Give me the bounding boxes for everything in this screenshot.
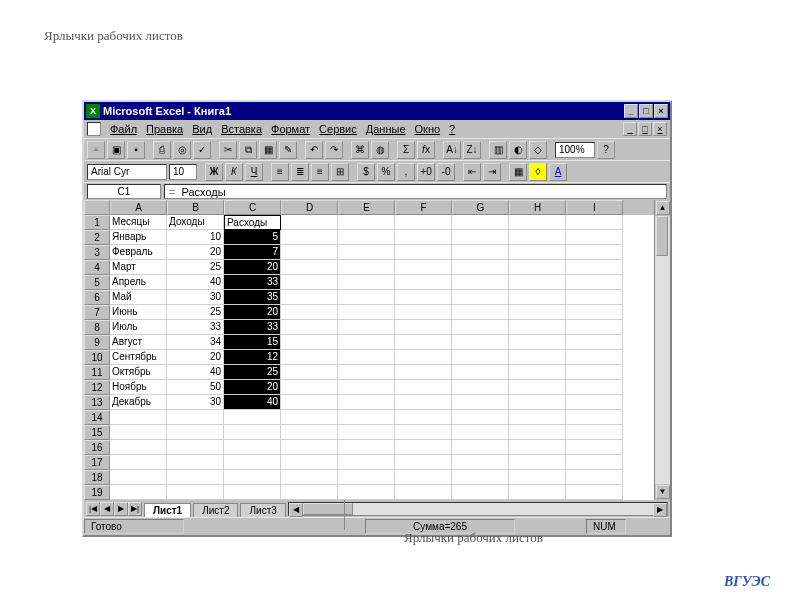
sort-asc-icon[interactable]: A↓ xyxy=(443,141,461,159)
cell-C8[interactable]: 33 xyxy=(224,320,281,335)
open-icon[interactable]: ▣ xyxy=(107,141,125,159)
cell-I18[interactable] xyxy=(566,470,623,485)
cell-E2[interactable] xyxy=(338,230,395,245)
cell-D1[interactable] xyxy=(281,215,338,230)
cell-H14[interactable] xyxy=(509,410,566,425)
cell-D8[interactable] xyxy=(281,320,338,335)
cell-E11[interactable] xyxy=(338,365,395,380)
row-header-15[interactable]: 15 xyxy=(84,425,110,440)
cell-G2[interactable] xyxy=(452,230,509,245)
row-header-19[interactable]: 19 xyxy=(84,485,110,500)
cell-B10[interactable]: 20 xyxy=(167,350,224,365)
cell-I11[interactable] xyxy=(566,365,623,380)
cell-D14[interactable] xyxy=(281,410,338,425)
cell-G17[interactable] xyxy=(452,455,509,470)
select-all-corner[interactable] xyxy=(84,200,110,215)
hscroll-right-icon[interactable]: ▶ xyxy=(653,503,667,517)
row-header-17[interactable]: 17 xyxy=(84,455,110,470)
cell-I7[interactable] xyxy=(566,305,623,320)
cell-A5[interactable]: Апрель xyxy=(110,275,167,290)
menu-insert[interactable]: Вставка xyxy=(221,123,262,135)
tab-last-icon[interactable]: ▶| xyxy=(128,502,142,516)
menu-format[interactable]: Формат xyxy=(271,123,310,135)
cell-E5[interactable] xyxy=(338,275,395,290)
cell-D17[interactable] xyxy=(281,455,338,470)
cut-icon[interactable]: ✂ xyxy=(219,141,237,159)
bold-icon[interactable]: Ж xyxy=(205,163,223,181)
cell-E7[interactable] xyxy=(338,305,395,320)
cell-C6[interactable]: 35 xyxy=(224,290,281,305)
cell-I2[interactable] xyxy=(566,230,623,245)
cell-G13[interactable] xyxy=(452,395,509,410)
sheet-tab-2[interactable]: Лист2 xyxy=(193,503,238,517)
cell-E4[interactable] xyxy=(338,260,395,275)
paste-icon[interactable]: ▦ xyxy=(259,141,277,159)
web-icon[interactable]: ◍ xyxy=(371,141,389,159)
col-header-G[interactable]: G xyxy=(452,200,509,215)
cell-B14[interactable] xyxy=(167,410,224,425)
sum-icon[interactable]: Σ xyxy=(397,141,415,159)
cell-H3[interactable] xyxy=(509,245,566,260)
row-header-2[interactable]: 2 xyxy=(84,230,110,245)
row-header-8[interactable]: 8 xyxy=(84,320,110,335)
cell-E9[interactable] xyxy=(338,335,395,350)
cell-A6[interactable]: Май xyxy=(110,290,167,305)
cell-A3[interactable]: Февраль xyxy=(110,245,167,260)
cell-I6[interactable] xyxy=(566,290,623,305)
dec-dec-icon[interactable]: -0 xyxy=(437,163,455,181)
cell-F7[interactable] xyxy=(395,305,452,320)
cell-C2[interactable]: 5 xyxy=(224,230,281,245)
cell-A19[interactable] xyxy=(110,485,167,500)
percent-icon[interactable]: % xyxy=(377,163,395,181)
cell-H7[interactable] xyxy=(509,305,566,320)
fill-color-icon[interactable]: ◊ xyxy=(529,163,547,181)
cell-I13[interactable] xyxy=(566,395,623,410)
print-icon[interactable]: ⎙ xyxy=(153,141,171,159)
cell-H4[interactable] xyxy=(509,260,566,275)
row-header-6[interactable]: 6 xyxy=(84,290,110,305)
cell-B17[interactable] xyxy=(167,455,224,470)
cell-G6[interactable] xyxy=(452,290,509,305)
cell-B1[interactable]: Доходы xyxy=(167,215,224,230)
cell-H1[interactable] xyxy=(509,215,566,230)
maximize-button[interactable]: □ xyxy=(639,104,653,118)
titlebar[interactable]: X Microsoft Excel - Книга1 _ □ × xyxy=(84,102,670,120)
cell-I14[interactable] xyxy=(566,410,623,425)
chart-icon[interactable]: ▥ xyxy=(489,141,507,159)
fx-icon[interactable]: fx xyxy=(417,141,435,159)
underline-icon[interactable]: Ч xyxy=(245,163,263,181)
cell-B18[interactable] xyxy=(167,470,224,485)
cell-B3[interactable]: 20 xyxy=(167,245,224,260)
cell-D19[interactable] xyxy=(281,485,338,500)
cell-H13[interactable] xyxy=(509,395,566,410)
cell-I3[interactable] xyxy=(566,245,623,260)
name-box[interactable]: C1 xyxy=(87,184,161,199)
spreadsheet-grid[interactable]: ABCDEFGHI 1МесяцыДоходыРасходы2Январь105… xyxy=(84,200,654,500)
cell-I17[interactable] xyxy=(566,455,623,470)
cell-H18[interactable] xyxy=(509,470,566,485)
cell-G4[interactable] xyxy=(452,260,509,275)
row-header-12[interactable]: 12 xyxy=(84,380,110,395)
row-header-11[interactable]: 11 xyxy=(84,365,110,380)
scroll-thumb[interactable] xyxy=(656,216,668,256)
cell-A8[interactable]: Июль xyxy=(110,320,167,335)
cell-F4[interactable] xyxy=(395,260,452,275)
preview-icon[interactable]: ◎ xyxy=(173,141,191,159)
cell-G15[interactable] xyxy=(452,425,509,440)
cell-A18[interactable] xyxy=(110,470,167,485)
cell-C7[interactable]: 20 xyxy=(224,305,281,320)
cell-B11[interactable]: 40 xyxy=(167,365,224,380)
save-icon[interactable]: ▪ xyxy=(127,141,145,159)
font-size-box[interactable]: 10 xyxy=(169,164,197,180)
cell-D16[interactable] xyxy=(281,440,338,455)
cell-C4[interactable]: 20 xyxy=(224,260,281,275)
new-icon[interactable]: ▫ xyxy=(87,141,105,159)
cell-E17[interactable] xyxy=(338,455,395,470)
row-header-4[interactable]: 4 xyxy=(84,260,110,275)
cell-I10[interactable] xyxy=(566,350,623,365)
cell-B12[interactable]: 50 xyxy=(167,380,224,395)
cell-H5[interactable] xyxy=(509,275,566,290)
cell-A4[interactable]: Март xyxy=(110,260,167,275)
menu-edit[interactable]: Правка xyxy=(146,123,183,135)
cell-G14[interactable] xyxy=(452,410,509,425)
